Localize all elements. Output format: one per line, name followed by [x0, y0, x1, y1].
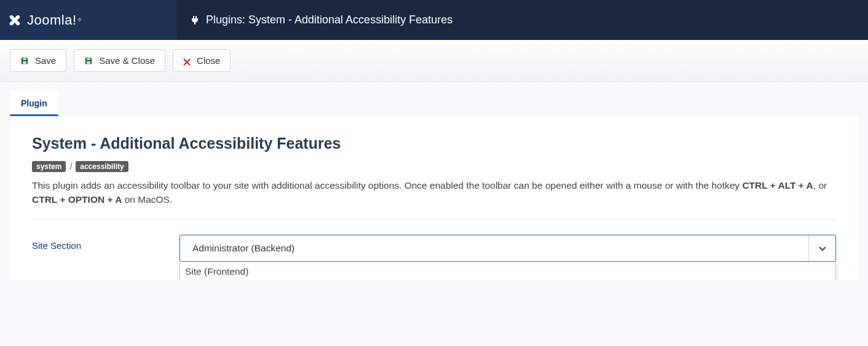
plugin-tags: system / accessibility: [32, 161, 836, 172]
select-arrow[interactable]: [808, 235, 835, 261]
site-section-select[interactable]: Administrator (Backend): [180, 235, 836, 262]
panel: System - Additional Accessibility Featur…: [10, 116, 858, 280]
desc-suffix: on MacOS.: [122, 194, 172, 205]
save-button-label: Save: [35, 55, 56, 66]
tab-plugin[interactable]: Plugin: [10, 90, 58, 116]
hotkey-1: CTRL + ALT + A: [742, 180, 813, 191]
site-section-dropdown: Site (Frontend) Administrator (Backend) …: [180, 262, 836, 280]
brand-reg: ®: [78, 17, 82, 23]
tabs: Plugin: [10, 90, 858, 116]
desc-prefix: This plugin adds an accessibility toolba…: [32, 180, 742, 191]
plugin-description: This plugin adds an accessibility toolba…: [32, 178, 836, 207]
brand-area[interactable]: Joomla! ®: [0, 0, 176, 40]
hotkey-2: CTRL + OPTION + A: [32, 194, 122, 205]
save-icon: [84, 57, 93, 65]
chevron-down-icon: [818, 244, 827, 253]
plugin-title: System - Additional Accessibility Featur…: [32, 135, 836, 152]
dropdown-option-frontend[interactable]: Site (Frontend): [180, 262, 835, 280]
page-title: Plugins: System - Additional Accessibili…: [206, 14, 452, 26]
close-button-label: Close: [197, 55, 220, 66]
save-close-button[interactable]: Save & Close: [74, 49, 165, 72]
desc-mid: , or: [813, 180, 827, 191]
save-close-button-label: Save & Close: [99, 55, 155, 66]
form-row-site-section: Site Section Administrator (Backend) Sit…: [32, 235, 836, 262]
close-button[interactable]: Close: [173, 49, 231, 72]
site-section-label: Site Section: [32, 235, 180, 251]
brand-name: Joomla!: [27, 12, 77, 28]
save-icon: [20, 57, 29, 65]
divider: [32, 219, 836, 220]
close-icon: [183, 57, 191, 65]
header-title-bar: Plugins: System - Additional Accessibili…: [176, 0, 868, 40]
tag-accessibility: accessibility: [76, 161, 128, 172]
joomla-logo-icon: [7, 14, 21, 27]
tag-system: system: [32, 161, 66, 172]
tag-separator: /: [69, 162, 72, 171]
plug-icon: [190, 15, 200, 25]
save-button[interactable]: Save: [10, 49, 66, 72]
site-section-selected-value: Administrator (Backend): [180, 243, 808, 254]
tab-plugin-label: Plugin: [21, 98, 47, 108]
toolbar: Save Save & Close Close: [0, 40, 868, 82]
